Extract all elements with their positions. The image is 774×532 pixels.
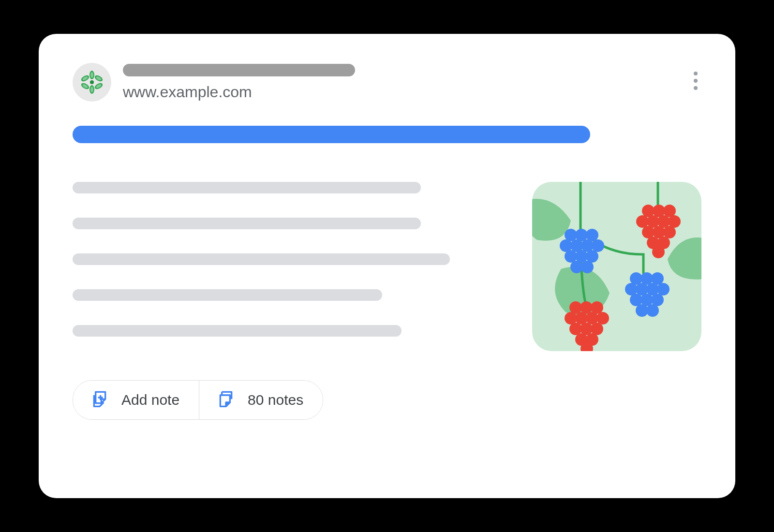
more-vertical-icon (694, 72, 698, 75)
notes-icon (219, 390, 238, 410)
svg-point-23 (663, 226, 676, 238)
site-name-placeholder (123, 64, 355, 76)
svg-point-26 (652, 246, 665, 258)
more-options-button[interactable] (690, 68, 701, 94)
result-body (73, 182, 701, 351)
svg-point-57 (596, 312, 609, 325)
result-thumbnail[interactable] (532, 182, 701, 351)
add-note-button[interactable]: Add note (73, 381, 199, 419)
svg-point-6 (90, 72, 93, 78)
result-url[interactable]: www.example.com (123, 83, 355, 101)
text-line (73, 182, 421, 193)
text-line (73, 218, 421, 229)
svg-point-50 (646, 304, 659, 317)
text-line (73, 325, 402, 337)
result-header: www.example.com (73, 63, 701, 102)
header-text: www.example.com (123, 64, 355, 101)
add-note-label: Add note (121, 392, 179, 408)
search-result-card: www.example.com (39, 34, 735, 498)
add-note-icon (92, 390, 112, 410)
leaf-icon (80, 70, 104, 94)
snippet-placeholder (73, 182, 493, 351)
svg-point-12 (90, 80, 94, 84)
text-line (73, 253, 450, 265)
notes-button-group: Add note 80 notes (73, 380, 323, 420)
site-favicon (73, 63, 111, 102)
svg-point-38 (581, 261, 594, 273)
result-title-placeholder[interactable] (73, 126, 590, 143)
view-notes-button[interactable]: 80 notes (199, 381, 323, 419)
text-line (73, 289, 382, 301)
svg-point-7 (90, 87, 93, 92)
svg-point-33 (592, 239, 604, 252)
svg-point-45 (657, 283, 670, 296)
berries-illustration (532, 182, 701, 351)
notes-count-label: 80 notes (248, 392, 303, 408)
